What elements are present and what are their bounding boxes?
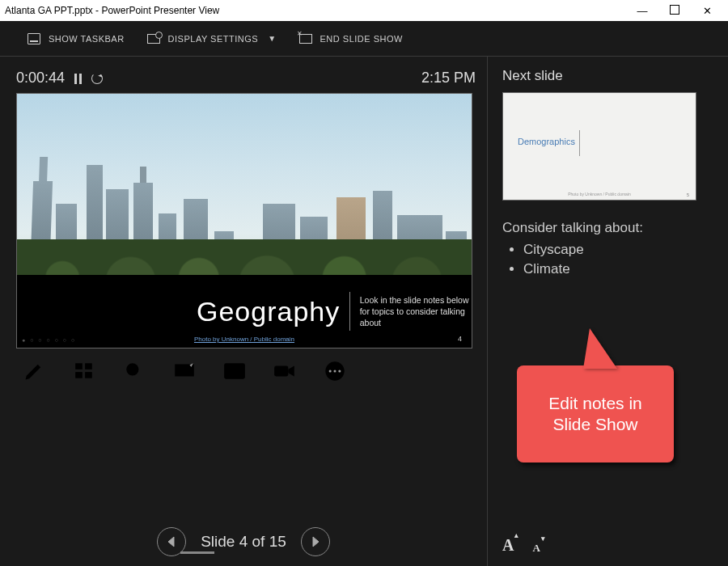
window-minimize-button[interactable] bbox=[626, 5, 658, 17]
presenter-tools bbox=[16, 348, 476, 382]
show-taskbar-button[interactable]: SHOW TASKBAR bbox=[28, 33, 125, 44]
current-slide-preview[interactable]: Geography Look in the slide notes below … bbox=[16, 93, 472, 348]
display-settings-button[interactable]: DISPLAY SETTINGS ▼ bbox=[147, 34, 277, 44]
svg-rect-14 bbox=[274, 366, 288, 377]
window-titlebar: Atlanta GA PPT.pptx - PowerPoint Present… bbox=[0, 0, 728, 21]
notes-heading: Consider talking about: bbox=[502, 218, 713, 239]
display-settings-label: DISPLAY SETTINGS bbox=[168, 34, 259, 44]
reset-timer-button[interactable] bbox=[91, 73, 103, 84]
end-slideshow-icon bbox=[299, 34, 312, 44]
svg-point-18 bbox=[333, 370, 336, 372]
slide-image-trees bbox=[17, 239, 472, 278]
window-maximize-button[interactable] bbox=[658, 5, 691, 17]
callout-text: Edit notes in Slide Show bbox=[528, 393, 662, 436]
window-close-button[interactable] bbox=[691, 5, 723, 17]
slide-photo-credit: Photo by Unknown / Public domain bbox=[17, 336, 472, 343]
wall-clock: 2:15 PM bbox=[421, 70, 476, 87]
show-taskbar-label: SHOW TASKBAR bbox=[49, 34, 125, 44]
slide-counter-label: Slide 4 of 15 bbox=[201, 533, 286, 550]
svg-point-17 bbox=[329, 370, 332, 372]
next-slide-divider bbox=[579, 130, 580, 156]
current-slide-panel: 0:00:44 2:15 PM Geography Look in the sl… bbox=[0, 57, 487, 566]
slide-title: Geography bbox=[17, 296, 340, 327]
svg-rect-11 bbox=[224, 363, 245, 378]
slide-navigator: Slide 4 of 15 bbox=[0, 527, 487, 556]
window-title: Atlanta GA PPT.pptx - PowerPoint Present… bbox=[5, 5, 626, 16]
next-slide-page: 5 bbox=[687, 192, 689, 197]
next-slide-button[interactable] bbox=[301, 527, 330, 556]
decrease-font-button[interactable]: A▾ bbox=[532, 541, 544, 555]
svg-line-5 bbox=[137, 374, 142, 379]
more-options-button[interactable] bbox=[322, 360, 348, 382]
pause-button[interactable] bbox=[74, 72, 82, 85]
display-settings-icon bbox=[147, 34, 160, 44]
slide-progress-dots: ● ○ ○ ○ ○ ○ ○ bbox=[22, 337, 76, 343]
svg-marker-21 bbox=[313, 537, 319, 547]
zoom-tool-button[interactable] bbox=[121, 360, 147, 382]
notes-list: Cityscape Climate bbox=[502, 240, 713, 280]
slide-page-number: 4 bbox=[458, 335, 462, 343]
svg-rect-1 bbox=[85, 363, 92, 370]
slide-counter-underline bbox=[180, 551, 214, 554]
svg-rect-0 bbox=[75, 363, 83, 370]
see-all-slides-button[interactable] bbox=[71, 360, 97, 382]
end-slideshow-label: END SLIDE SHOW bbox=[320, 34, 403, 44]
edit-notes-callout: Edit notes in Slide Show bbox=[517, 365, 674, 463]
svg-point-4 bbox=[126, 363, 138, 375]
notes-font-controls: A▴ A▾ bbox=[502, 536, 544, 555]
presenter-toolbar: SHOW TASKBAR DISPLAY SETTINGS ▼ END SLID… bbox=[0, 21, 728, 57]
timer-row: 0:00:44 2:15 PM bbox=[16, 70, 476, 87]
svg-marker-20 bbox=[168, 537, 174, 547]
next-slide-title: Demographics bbox=[518, 137, 575, 146]
pen-tool-button[interactable] bbox=[21, 360, 47, 382]
svg-rect-2 bbox=[75, 372, 83, 378]
notes-item: Climate bbox=[523, 260, 713, 280]
next-slide-panel: Next slide Demographics Photo by Unknown… bbox=[487, 57, 728, 566]
notes-item: Cityscape bbox=[523, 240, 713, 260]
chevron-down-icon: ▼ bbox=[268, 34, 276, 43]
taskbar-icon bbox=[28, 33, 40, 44]
speaker-notes[interactable]: Consider talking about: Cityscape Climat… bbox=[502, 218, 713, 280]
next-slide-thumbnail[interactable]: Demographics Photo by Unknown / Public d… bbox=[502, 92, 696, 201]
slide-subtitle: Look in the slide notes below for topics… bbox=[360, 294, 472, 329]
svg-point-19 bbox=[338, 370, 341, 372]
svg-rect-3 bbox=[85, 372, 92, 378]
black-screen-button[interactable] bbox=[171, 360, 197, 382]
elapsed-time: 0:00:44 bbox=[16, 70, 65, 87]
slide-title-bar: Geography Look in the slide notes below … bbox=[17, 275, 472, 348]
subtitles-button[interactable] bbox=[222, 360, 248, 382]
next-slide-heading: Next slide bbox=[502, 68, 713, 84]
camera-off-button[interactable] bbox=[272, 360, 298, 382]
end-slideshow-button[interactable]: END SLIDE SHOW bbox=[299, 34, 403, 44]
next-slide-credit: Photo by Unknown / Public domain bbox=[503, 192, 696, 196]
increase-font-button[interactable]: A▴ bbox=[502, 536, 518, 555]
